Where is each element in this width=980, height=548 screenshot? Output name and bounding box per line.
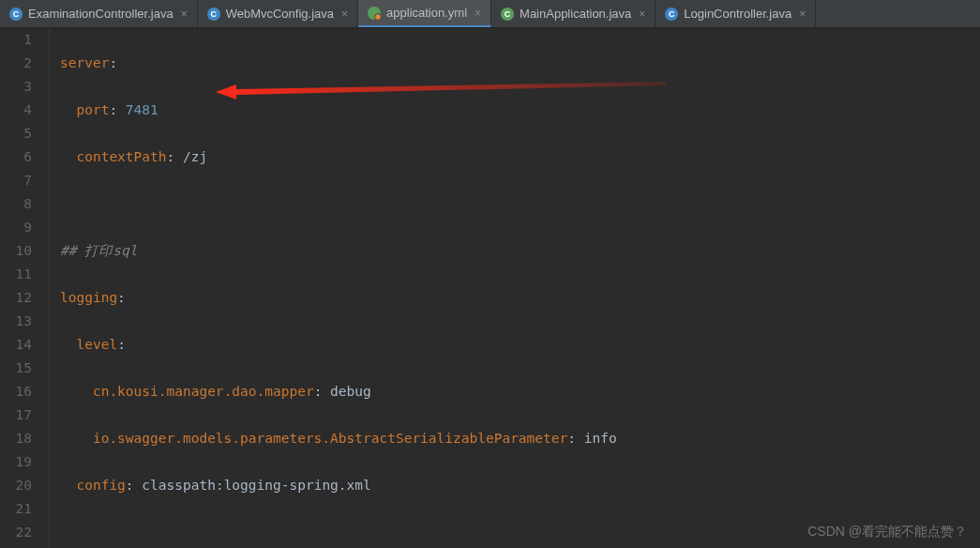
colon: : [567, 431, 583, 446]
yaml-value: /zj [183, 149, 207, 164]
close-icon[interactable]: × [799, 8, 806, 21]
colon: : [117, 337, 126, 352]
yaml-key: port [76, 102, 109, 117]
code-content[interactable]: server: port: 7481 contextPath: /zj ## 打… [43, 28, 980, 548]
yaml-spring-icon [368, 7, 381, 20]
yaml-key: contextPath [76, 149, 166, 164]
yaml-value: debug [330, 384, 371, 399]
line-number-gutter: 12345 678910 1112131415 1617181920 2122 [0, 28, 43, 548]
watermark-text: CSDN @看完能不能点赞？ [807, 524, 967, 540]
yaml-value: info [584, 431, 617, 446]
yaml-key: logging [60, 290, 117, 305]
java-class-icon: C [207, 8, 220, 21]
tab-logincontroller[interactable]: C LoginController.java × [656, 0, 816, 27]
java-class-icon: C [665, 8, 678, 21]
yaml-value-number: 7481 [126, 102, 158, 117]
yaml-key: cn.kousi.manager.dao.mapper [93, 384, 314, 399]
yaml-key: server [60, 55, 109, 70]
tab-label: LoginController.java [684, 7, 792, 21]
colon: : [117, 290, 126, 305]
yaml-key: level [76, 337, 117, 352]
tab-label: MainApplication.java [520, 7, 631, 21]
tab-label: ExaminationController.java [28, 7, 173, 21]
close-icon[interactable]: × [475, 7, 481, 20]
yaml-comment: ## 打印sql [60, 243, 137, 258]
colon: : [109, 55, 117, 70]
editor-tabbar: C ExaminationController.java × C WebMvcC… [0, 0, 980, 28]
yaml-key: io.swagger.models.parameters.AbstractSer… [93, 431, 567, 446]
tab-label: WebMvcConfig.java [226, 7, 334, 21]
close-icon[interactable]: × [639, 8, 645, 21]
tab-examinationcontroller[interactable]: C ExaminationController.java × [0, 0, 198, 27]
colon: : [126, 478, 142, 493]
colon: : [109, 102, 125, 117]
tab-mainapplication[interactable]: C MainApplication.java × [491, 0, 656, 27]
colon: : [314, 384, 330, 399]
close-icon[interactable]: × [341, 8, 348, 21]
yaml-key: config [76, 478, 125, 493]
tab-label: application.yml [386, 6, 467, 20]
tab-application-yml[interactable]: application.yml × [358, 0, 491, 27]
editor-area[interactable]: 12345 678910 1112131415 1617181920 2122 … [0, 28, 980, 548]
java-main-icon: C [501, 8, 514, 21]
colon: : [167, 149, 183, 164]
yaml-value: classpath:logging-spring.xml [142, 478, 370, 493]
java-class-icon: C [9, 8, 23, 21]
close-icon[interactable]: × [181, 8, 188, 21]
tab-webmvcconfig[interactable]: C WebMvcConfig.java × [198, 0, 358, 27]
